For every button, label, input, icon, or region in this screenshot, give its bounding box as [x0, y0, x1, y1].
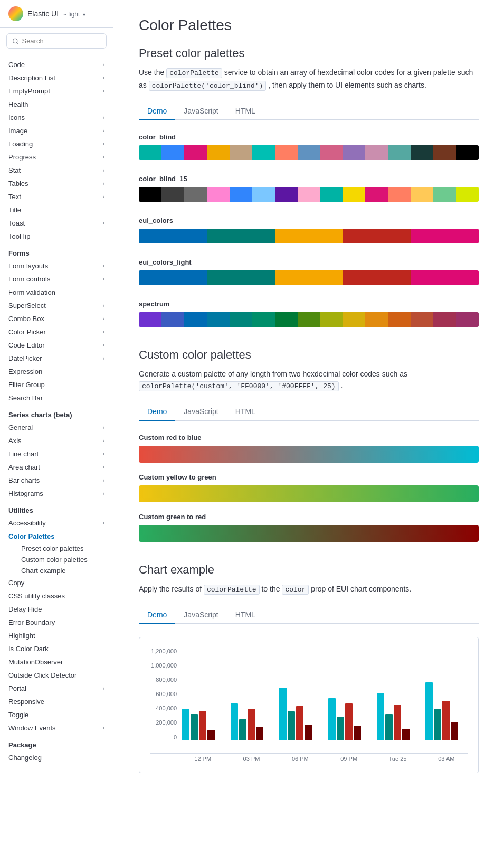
nav-item-label: Form validation — [8, 288, 55, 296]
sidebar-item-outside-click-detector[interactable]: Outside Click Detector — [0, 669, 113, 682]
sidebar-item-loading[interactable]: Loading› — [0, 137, 113, 151]
sidebar-item-description-list[interactable]: Description List› — [0, 71, 113, 84]
sidebar-item-responsive[interactable]: Responsive — [0, 695, 113, 708]
nav-item-label: Form layouts — [8, 262, 48, 270]
nav-item-label: Axis — [8, 437, 22, 445]
chevron-right-icon: › — [103, 167, 104, 173]
bar-group-2 — [279, 688, 321, 740]
subnav-preset-color-palettes[interactable]: Preset color palettes — [0, 543, 113, 554]
color-swatch-5 — [252, 145, 275, 160]
sidebar-item-highlight[interactable]: Highlight — [0, 629, 113, 642]
sidebar-item-superselect[interactable]: SuperSelect› — [0, 299, 113, 312]
color-swatch-2 — [275, 270, 343, 285]
palette-eui_colors_light: eui_colors_light — [139, 258, 479, 285]
bar-5-2 — [442, 701, 450, 740]
sidebar-item-progress[interactable]: Progress› — [0, 151, 113, 164]
sidebar-item-axis[interactable]: Axis› — [0, 434, 113, 447]
sidebar-item-emptyprompt[interactable]: EmptyPrompt› — [0, 84, 113, 98]
sidebar-item-text[interactable]: Text› — [0, 190, 113, 203]
chevron-right-icon: › — [103, 425, 104, 430]
sidebar-item-delay-hide[interactable]: Delay Hide — [0, 603, 113, 616]
gradient-label: Custom red to blue — [139, 434, 479, 442]
chevron-right-icon: › — [103, 329, 104, 335]
color-swatch-0 — [139, 229, 207, 243]
sidebar-item-tooltip[interactable]: ToolTip — [0, 230, 113, 243]
tab-preset-demo[interactable]: Demo — [139, 102, 175, 120]
chevron-right-icon: › — [103, 355, 104, 361]
sidebar-item-bar-charts[interactable]: Bar charts› — [0, 474, 113, 487]
bar-group-4 — [377, 693, 419, 740]
tab-chart-html[interactable]: HTML — [227, 606, 264, 624]
sidebar-item-line-chart[interactable]: Line chart› — [0, 447, 113, 461]
preset-description: Use the colorPalette service to obtain a… — [139, 67, 479, 92]
sidebar-item-histograms[interactable]: Histograms› — [0, 487, 113, 500]
nav-item-label: DatePicker — [8, 354, 42, 362]
sidebar-item-tables[interactable]: Tables› — [0, 177, 113, 190]
preset-tabs: Demo JavaScript HTML — [139, 102, 479, 120]
package-item-changelog[interactable]: Changelog — [0, 751, 113, 764]
palette-swatches — [139, 229, 479, 243]
chevron-right-icon: › — [103, 276, 104, 282]
palettes-list: color_blindcolor_blind_15eui_colorseui_c… — [139, 133, 479, 327]
color-swatch-5 — [252, 312, 275, 327]
color-swatch-7 — [298, 145, 320, 160]
nav-item-label: Color Picker — [8, 328, 46, 336]
tab-chart-javascript[interactable]: JavaScript — [175, 606, 226, 624]
sidebar-item-form-controls[interactable]: Form controls› — [0, 273, 113, 286]
sidebar-item-color-palettes[interactable]: Color Palettes — [0, 530, 113, 543]
nav-item-label: SuperSelect — [8, 302, 46, 309]
sidebar-item-icons[interactable]: Icons› — [0, 111, 113, 124]
sidebar-item-title[interactable]: Title — [0, 203, 113, 217]
chevron-right-icon: › — [103, 451, 104, 457]
tab-chart-demo[interactable]: Demo — [139, 606, 175, 624]
chart-section-title: Chart example — [139, 563, 479, 577]
bar-1-2 — [248, 709, 255, 740]
sidebar-item-stat[interactable]: Stat› — [0, 164, 113, 177]
sidebar-item-window-events[interactable]: Window Events› — [0, 721, 113, 735]
sidebar-item-toast[interactable]: Toast› — [0, 217, 113, 230]
sidebar-item-form-validation[interactable]: Form validation — [0, 286, 113, 299]
tab-custom-javascript[interactable]: JavaScript — [175, 403, 226, 421]
color-swatch-11 — [388, 312, 411, 327]
color-swatch-2 — [275, 229, 343, 243]
sidebar-item-health[interactable]: Health — [0, 98, 113, 111]
utilities-items-list: Accessibility›Color Palettes — [0, 517, 113, 543]
gradient-1: Custom yellow to green — [139, 473, 479, 502]
sidebar-item-toggle[interactable]: Toggle — [0, 708, 113, 721]
bar-0-3 — [207, 730, 215, 740]
subnav-chart-example[interactable]: Chart example — [0, 565, 113, 576]
sidebar-item-color-picker[interactable]: Color Picker› — [0, 325, 113, 339]
nav-item-label: Portal — [8, 684, 26, 692]
sidebar-item-code-editor[interactable]: Code Editor› — [0, 339, 113, 352]
sidebar-item-copy[interactable]: Copy — [0, 576, 113, 589]
sidebar-item-image[interactable]: Image› — [0, 124, 113, 137]
sidebar-item-is-color-dark[interactable]: Is Color Dark — [0, 642, 113, 655]
sidebar-item-accessibility[interactable]: Accessibility› — [0, 517, 113, 530]
chevron-right-icon: › — [103, 316, 104, 322]
sidebar-item-code[interactable]: Code› — [0, 58, 113, 71]
sidebar-item-area-chart[interactable]: Area chart› — [0, 461, 113, 474]
tab-preset-html[interactable]: HTML — [227, 102, 264, 120]
custom-desc-text1: Generate a custom palette of any length … — [139, 370, 407, 378]
sidebar-item-error-boundary[interactable]: Error Boundary — [0, 616, 113, 629]
tab-custom-html[interactable]: HTML — [227, 403, 264, 421]
sidebar-item-general[interactable]: General› — [0, 421, 113, 434]
sidebar-item-css-utility-classes[interactable]: CSS utility classes — [0, 589, 113, 603]
tab-preset-javascript[interactable]: JavaScript — [175, 102, 226, 120]
sidebar-item-search-bar[interactable]: Search Bar — [0, 391, 113, 405]
tab-custom-demo[interactable]: Demo — [139, 403, 175, 421]
nav-item-label: Toast — [8, 219, 25, 227]
chevron-down-icon[interactable]: ▾ — [83, 12, 85, 17]
sidebar-item-expression[interactable]: Expression — [0, 365, 113, 378]
palette-eui_colors: eui_colors — [139, 217, 479, 243]
sidebar-item-portal[interactable]: Portal› — [0, 682, 113, 695]
search-input[interactable] — [22, 37, 101, 45]
sidebar-item-form-layouts[interactable]: Form layouts› — [0, 259, 113, 273]
sidebar-item-mutationobserver[interactable]: MutationObserver — [0, 655, 113, 669]
sidebar-item-datepicker[interactable]: DatePicker› — [0, 352, 113, 365]
sidebar-item-filter-group[interactable]: Filter Group — [0, 378, 113, 391]
nav-item-label: Search Bar — [8, 394, 43, 402]
subnav-custom-color-palettes[interactable]: Custom color palettes — [0, 554, 113, 565]
sidebar-item-combo-box[interactable]: Combo Box› — [0, 312, 113, 325]
chevron-right-icon: › — [103, 303, 104, 308]
